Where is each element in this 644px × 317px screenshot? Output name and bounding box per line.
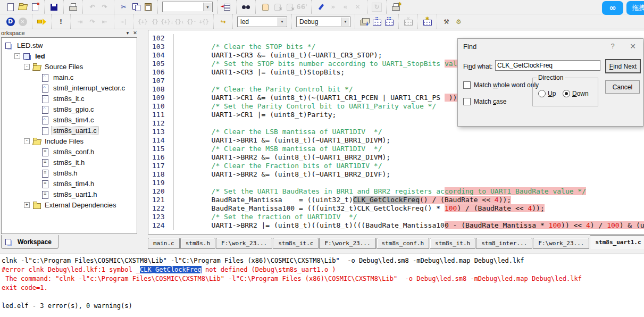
tree-item-source-files[interactable]: -Source Files bbox=[2, 61, 137, 72]
paste-icon[interactable] bbox=[142, 2, 154, 13]
code-line[interactable]: 117 /* Clear the Fraction bits of UART1D… bbox=[148, 162, 644, 170]
link-icon[interactable]: ∞ bbox=[602, 1, 623, 15]
output-line: #error clnk Debug\led.lkf:1 symbol _CLK_… bbox=[2, 265, 644, 274]
chevron-down-icon[interactable]: ▼ bbox=[341, 18, 349, 26]
tree-item-stm8s-it-c[interactable]: stm8s_it.c bbox=[2, 93, 137, 104]
debug-instrument-icon[interactable]: ⚒ bbox=[440, 16, 453, 27]
close-icon[interactable]: ✕ bbox=[628, 42, 638, 51]
editor-tab-f-work-23-[interactable]: F:\work_23... bbox=[216, 238, 272, 249]
toolbar-group: ↪ bbox=[213, 14, 231, 29]
code-line[interactable]: 122 BaudRate_Mantissa100 = (((uint32_t)C… bbox=[148, 204, 644, 213]
drag-to-button[interactable]: 拖拽至 bbox=[626, 1, 644, 15]
build-config-combobox[interactable]: Debug▼ bbox=[296, 16, 350, 27]
collapse-expander-icon[interactable]: - bbox=[14, 53, 20, 59]
editor-tab-stm8s-h[interactable]: stm8s.h bbox=[180, 238, 215, 249]
code-line[interactable]: 116 UART1->BRR2 &= (uint8_t)(~UART1_BRR2… bbox=[148, 153, 644, 162]
expand-expander-icon[interactable]: + bbox=[24, 202, 30, 208]
match-whole-word-checkbox[interactable] bbox=[463, 81, 471, 89]
workspace-tab[interactable]: Workspace bbox=[1, 235, 58, 249]
start-debug-icon[interactable] bbox=[4, 16, 16, 27]
restart-icon[interactable]: ! bbox=[55, 16, 67, 27]
code-line[interactable]: 118 UART1->BRR2 &= (uint8_t)(~UART1_BRR2… bbox=[148, 170, 644, 179]
find-combobox[interactable]: ▼ bbox=[162, 2, 213, 12]
new-file-icon[interactable] bbox=[4, 2, 16, 13]
find-what-input[interactable] bbox=[495, 60, 600, 71]
editor-tab-f-work-23-[interactable]: F:\work_23... bbox=[319, 238, 375, 249]
find-next-button[interactable]: Find Next bbox=[605, 59, 641, 73]
code-line[interactable]: 121 BaudRate_Mantissa = ((uint32_t)CLK_G… bbox=[148, 196, 644, 204]
toolbar-group: ! bbox=[51, 14, 69, 29]
match-case-checkbox[interactable] bbox=[463, 98, 471, 105]
tree-item-stm8s-uart1-h[interactable]: stm8s_uart1.h bbox=[2, 189, 137, 199]
print-setup-icon[interactable]: ✱ bbox=[390, 2, 402, 13]
tree-item-external-dependencies[interactable]: +External Dependencies bbox=[2, 199, 137, 210]
code-line[interactable]: 119 bbox=[148, 179, 644, 187]
collapse-expander-icon[interactable]: - bbox=[24, 138, 30, 144]
editor-tab-stm8s-it-c[interactable]: stm8s_it.c bbox=[273, 238, 319, 249]
toggle-bookmark-icon[interactable] bbox=[315, 2, 327, 13]
tree-item-led-stw[interactable]: LED.stw bbox=[2, 40, 137, 51]
tree-item-stm8s-conf-h[interactable]: stm8s_conf.h bbox=[2, 146, 137, 157]
step-over-asm-icon: {}ᵢ bbox=[173, 16, 186, 27]
browse-view-icon: 66' bbox=[296, 2, 308, 13]
editor-tab-stm8-inter-[interactable]: stm8_inter... bbox=[476, 238, 532, 249]
print-icon[interactable] bbox=[67, 2, 79, 13]
tree-item-stm8s-uart1-c[interactable]: stm8s_uart1.c bbox=[2, 125, 137, 136]
direction-down-option[interactable]: Down bbox=[563, 90, 589, 97]
rebuild-all-icon[interactable]: ∶∶∶ bbox=[383, 16, 395, 27]
collapse-expander-icon[interactable]: - bbox=[24, 64, 30, 70]
tree-item-stm8-interrupt-vector-c[interactable]: stm8_interrupt_vector.c bbox=[2, 82, 137, 93]
chevron-down-icon[interactable]: ▼ bbox=[278, 18, 286, 26]
direction-down-label: Down bbox=[572, 90, 589, 97]
editor-tab-stm8s-it-h[interactable]: stm8s_it.h bbox=[430, 238, 475, 249]
code-line[interactable]: 123 /* Set the fraction of UART1DIV */ bbox=[148, 213, 644, 221]
batch-build-icon[interactable]: ✱ bbox=[421, 16, 433, 27]
save-icon[interactable] bbox=[48, 2, 60, 13]
build-output-panel[interactable]: clnk -l"c:\Program Files\COSMIC\CXSTM8\L… bbox=[0, 254, 644, 317]
code-line[interactable]: 115 /* Clear the MSB mantissa of UART1DI… bbox=[148, 145, 644, 153]
direction-up-option[interactable]: Up bbox=[538, 90, 556, 97]
match-case-option[interactable]: Match case bbox=[463, 98, 506, 105]
mcu-configuration-icon[interactable]: ⚙ bbox=[453, 16, 465, 27]
find-in-files-icon[interactable] bbox=[240, 2, 252, 13]
tree-item-stm8s-tim4-h[interactable]: stm8s_tim4.h bbox=[2, 178, 137, 189]
chevron-down-icon[interactable]: ▼ bbox=[203, 3, 212, 11]
cancel-button[interactable]: Cancel bbox=[605, 80, 640, 94]
refresh-icon: ↻ bbox=[371, 2, 383, 13]
tree-item-stm8s-tim4-c[interactable]: stm8s_tim4.c bbox=[2, 114, 137, 125]
open-file-icon[interactable] bbox=[16, 2, 29, 13]
browse-info-icon[interactable] bbox=[259, 2, 271, 13]
c-source-file-icon bbox=[41, 127, 49, 135]
editor-tab-f-work-23-[interactable]: F:\work_23... bbox=[533, 238, 589, 249]
tree-item-stm8s-h[interactable]: stm8s.h bbox=[2, 168, 137, 178]
build-icon[interactable]: ∶∶ bbox=[371, 16, 383, 27]
panel-close-icon[interactable]: ✕ bbox=[131, 30, 139, 36]
cut-icon[interactable]: ✂ bbox=[118, 2, 130, 13]
match-whole-word-option[interactable]: Match whole word only bbox=[463, 81, 539, 89]
goto-line-icon[interactable] bbox=[221, 2, 233, 13]
compile-icon[interactable] bbox=[358, 16, 371, 27]
line-number: 107 bbox=[148, 77, 173, 85]
editor-tab-stm8s-uart1-c[interactable]: stm8s_uart1.c bbox=[590, 235, 644, 249]
editor-tab-main-c[interactable]: main.c bbox=[148, 238, 180, 249]
help-icon[interactable]: ? bbox=[608, 42, 617, 50]
tree-item-include-files[interactable]: -Include Files bbox=[2, 136, 137, 146]
direction-down-radio[interactable] bbox=[563, 90, 570, 97]
panel-menu-icon[interactable]: ▾ bbox=[124, 30, 131, 36]
code-line[interactable]: 120 /* Set the UART1 BaudRates in BRR1 a… bbox=[148, 187, 644, 196]
editor-tab-stm8s-conf-h[interactable]: stm8s_conf.h bbox=[377, 238, 429, 249]
code-line[interactable]: 114 UART1->BRR1 &= (uint8_t)(~UART1_BRR1… bbox=[148, 136, 644, 145]
tree-item-main-c[interactable]: main.c bbox=[2, 72, 137, 82]
copy-icon[interactable] bbox=[130, 2, 142, 13]
save-workspace-icon[interactable] bbox=[29, 2, 41, 13]
goto-pc-icon[interactable]: ↪ bbox=[217, 16, 229, 27]
code-line[interactable]: 124 UART1->BRR2 |= (uint8_t)((uint8_t)((… bbox=[148, 221, 644, 230]
tree-item-led[interactable]: -led bbox=[2, 51, 137, 61]
direction-up-radio[interactable] bbox=[538, 90, 546, 97]
project-target-combobox[interactable]: led▼ bbox=[237, 16, 287, 27]
toolbar-group: ✱ bbox=[386, 0, 404, 14]
continue-icon[interactable] bbox=[36, 16, 48, 27]
tree-item-stm8s-it-h[interactable]: stm8s_it.h bbox=[2, 157, 137, 168]
tree-item-stm8s-gpio-c[interactable]: stm8s_gpio.c bbox=[2, 104, 137, 114]
code-line[interactable]: 113 /* Clear the LSB mantissa of UART1DI… bbox=[148, 128, 644, 136]
